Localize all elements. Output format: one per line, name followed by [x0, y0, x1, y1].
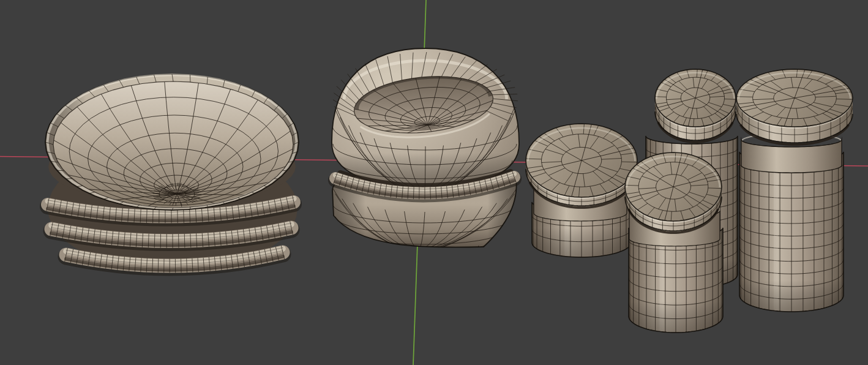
bowl-stack-object[interactable] [331, 47, 520, 251]
3d-viewport[interactable] [0, 0, 868, 365]
jar-medium-front-object[interactable] [624, 151, 724, 334]
jar-small-front-object[interactable] [525, 122, 638, 258]
jar-tall-right-object[interactable] [735, 67, 853, 314]
plate-stack-object[interactable] [43, 71, 302, 279]
